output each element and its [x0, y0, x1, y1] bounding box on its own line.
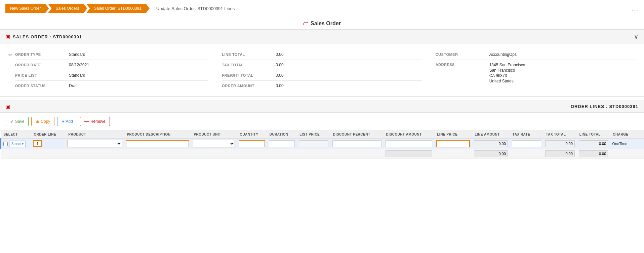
- cell-list-price: [297, 139, 330, 149]
- cell-product[interactable]: [66, 139, 124, 149]
- totals-spacer: [1, 149, 384, 159]
- order-lines-section-icon: ▣: [6, 104, 10, 109]
- cell-discount-percent[interactable]: [330, 139, 384, 149]
- edit-icon[interactable]: ✏: [8, 52, 12, 91]
- col-line-price: LINE PRICE: [434, 131, 472, 139]
- cell-order-line: 1: [31, 139, 66, 149]
- breadcrumb-sales-order-std[interactable]: Sales Order: STD0000391: [86, 4, 149, 13]
- page-title-row: 🗃 Sales Order: [0, 17, 644, 29]
- order-col-1-fields: ORDER TYPE Standard ORDER DATE 08/12/202…: [15, 49, 208, 91]
- product-select[interactable]: [68, 140, 122, 147]
- order-date-label: ORDER DATE: [15, 63, 69, 67]
- cell-tax-total: [543, 139, 577, 149]
- col-discount-percent: DISCOUNT PERCENT: [330, 131, 384, 139]
- col-duration: DURATION: [267, 131, 297, 139]
- freight-total-value: 0.00: [276, 73, 422, 78]
- current-page-label: Update Sales Order: STD0000391 Lines: [156, 6, 235, 11]
- breadcrumb-new-sales-order[interactable]: New Sales Order: [5, 4, 49, 13]
- sales-order-chevron-icon: ∨: [634, 33, 638, 40]
- breadcrumb-sales-orders[interactable]: Sales Orders: [48, 4, 87, 13]
- cell-duration[interactable]: [267, 139, 297, 149]
- duration-input[interactable]: [269, 140, 295, 147]
- save-label: Save: [15, 119, 24, 124]
- select-label: Select ▾: [11, 142, 24, 146]
- select-dropdown-button[interactable]: Select ▾: [9, 141, 26, 147]
- totals-discount-amount: [384, 149, 435, 159]
- line-total-label: LINE TOTAL: [222, 52, 276, 57]
- order-lines-table: SELECT ORDER LINE PRODUCT PRODUCT DESCRI…: [0, 131, 644, 159]
- breadcrumb: New Sales Order Sales Orders Sales Order…: [5, 2, 150, 15]
- sales-order-section-title: SALES ORDER : STD0000391: [13, 34, 82, 39]
- cell-product-unit[interactable]: [191, 139, 237, 149]
- remove-icon: —: [84, 119, 89, 124]
- cell-tax-rate[interactable]: [510, 139, 544, 149]
- breadcrumb-item-1[interactable]: New Sales Order: [5, 4, 49, 13]
- col-product-unit: PRODUCT UNIT: [191, 131, 237, 139]
- order-lines-section-header[interactable]: ▣ ORDER LINES : STD0000391: [0, 100, 644, 113]
- customer-label: CUSTOMER: [436, 52, 489, 57]
- order-line-value: 1: [33, 140, 42, 147]
- product-unit-select[interactable]: [193, 140, 235, 147]
- row-checkbox[interactable]: [3, 142, 8, 146]
- sales-order-section-icon: ▣: [6, 34, 10, 39]
- col-line-total: LINE TOTAL: [577, 131, 610, 139]
- col-discount-amount: DISCOUNT AMOUNT: [384, 131, 435, 139]
- cell-quantity[interactable]: [237, 139, 267, 149]
- sales-order-section-header[interactable]: ▣ SALES ORDER : STD0000391 ∨: [0, 30, 644, 44]
- address-line3: CA 96373: [489, 73, 636, 78]
- cell-select: Select ▾: [1, 139, 31, 149]
- order-lines-toolbar: ✔ Save ⊕ Copy + Add — Remove: [0, 113, 644, 131]
- totals-charge-spacer: [610, 149, 644, 159]
- discount-percent-input[interactable]: [332, 140, 381, 147]
- copy-button[interactable]: ⊕ Copy: [31, 117, 54, 126]
- more-options-icon[interactable]: ...: [632, 5, 639, 12]
- cell-product-desc[interactable]: [124, 139, 191, 149]
- address-line2: San Francisco: [489, 68, 636, 73]
- totals-line-price-spacer: [434, 149, 472, 159]
- add-button[interactable]: + Add: [57, 117, 77, 126]
- product-description-input[interactable]: [126, 140, 189, 147]
- price-list-value: Standard: [69, 73, 208, 78]
- order-lines-section: ▣ ORDER LINES : STD0000391 ✔ Save ⊕ Copy…: [0, 100, 644, 159]
- breadcrumb-item-2[interactable]: Sales Orders: [49, 4, 88, 13]
- order-status-value: Draft: [69, 83, 208, 88]
- sales-order-section: ▣ SALES ORDER : STD0000391 ∨ ✏ ORDER TYP…: [0, 29, 644, 97]
- remove-label: Remove: [90, 119, 106, 124]
- address-label: ADDRESS: [436, 63, 489, 83]
- totals-tax-rate-spacer: [510, 149, 544, 159]
- col-line-amount: LINE AMOUNT: [472, 131, 510, 139]
- copy-icon: ⊕: [36, 119, 39, 124]
- order-amount-value: 0.00: [276, 83, 422, 88]
- line-amount-input: [474, 140, 508, 147]
- cell-line-price[interactable]: [434, 139, 472, 149]
- table-row: Select ▾ 1: [1, 139, 644, 149]
- cell-line-amount: 0.00: [472, 139, 510, 149]
- quantity-input[interactable]: [239, 140, 265, 147]
- cell-discount-amount[interactable]: [384, 139, 435, 149]
- order-col-1: ✏ ORDER TYPE Standard ORDER DATE 08/12/2…: [8, 49, 208, 91]
- line-price-input[interactable]: [436, 140, 470, 147]
- order-type-value: Standard: [69, 52, 208, 57]
- totals-line-total: [577, 149, 610, 159]
- tax-total-input: [545, 140, 575, 147]
- tax-rate-input[interactable]: [512, 140, 541, 147]
- order-status-label: ORDER STATUS: [15, 84, 69, 88]
- discount-amount-input[interactable]: [386, 140, 433, 147]
- list-price-input: [299, 140, 328, 147]
- save-button[interactable]: ✔ Save: [6, 117, 29, 126]
- order-lines-section-title: ORDER LINES : STD0000391: [571, 104, 638, 109]
- col-order-line: ORDER LINE: [31, 131, 66, 139]
- cell-line-total: [577, 139, 610, 149]
- remove-button[interactable]: — Remove: [80, 117, 110, 126]
- line-total-value: 0.00: [276, 52, 422, 57]
- tax-total-value: 0.00: [276, 63, 422, 67]
- table-header-row: SELECT ORDER LINE PRODUCT PRODUCT DESCRI…: [1, 131, 644, 139]
- customer-value: AccountingOps: [489, 52, 636, 57]
- totals-row: [1, 149, 644, 159]
- breadcrumb-item-3[interactable]: Sales Order: STD0000391: [88, 4, 150, 13]
- col-charge: CHARGE: [610, 131, 644, 139]
- col-quantity: QUANTITY: [237, 131, 267, 139]
- copy-label: Copy: [41, 119, 50, 124]
- charge-value: OneTime: [612, 142, 627, 146]
- add-icon: +: [62, 119, 64, 124]
